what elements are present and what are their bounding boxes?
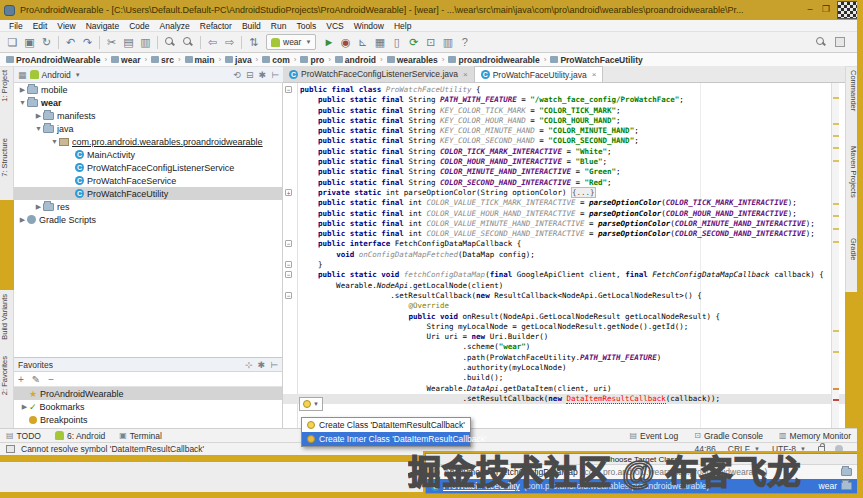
replace-icon[interactable] bbox=[182, 36, 194, 48]
intention-action-item[interactable]: Create Inner Class 'DataItemResultCallba… bbox=[302, 432, 470, 446]
code-line-11[interactable]: + private static int parseOptionColor(St… bbox=[283, 188, 845, 198]
collapse-all-icon[interactable]: ⊟ bbox=[246, 70, 254, 80]
breadcrumb-item[interactable]: main› bbox=[185, 55, 226, 65]
editor-tab[interactable]: CProWatchFaceConfigListenerService.java× bbox=[283, 66, 475, 82]
restore-button[interactable]: ❐ bbox=[819, 4, 833, 16]
forward-icon[interactable]: ⇨ bbox=[221, 34, 238, 50]
find-icon[interactable] bbox=[164, 36, 176, 48]
title-bar[interactable]: ProAndroidWearable - [C:\Users\Default.D… bbox=[0, 0, 863, 20]
save-icon[interactable]: ▣ bbox=[21, 34, 38, 50]
code-line-10[interactable]: public static final String COLOR_SECOND_… bbox=[283, 178, 845, 188]
code-editor[interactable]: −public final class ProWatchFaceUtility … bbox=[283, 83, 845, 428]
fold-marker-icon[interactable]: − bbox=[285, 86, 292, 93]
code-line-15[interactable]: public static final int COLOR_VALUE_SECO… bbox=[283, 229, 845, 239]
error-stripe-mark[interactable] bbox=[833, 147, 839, 149]
coverage-icon[interactable]: ▦ bbox=[371, 34, 388, 50]
android-button[interactable]: 6: Android bbox=[55, 431, 105, 441]
chevron-right-icon[interactable]: ▶ bbox=[34, 112, 43, 120]
breadcrumb-item[interactable]: pro› bbox=[300, 55, 334, 65]
add-icon[interactable]: + bbox=[18, 374, 24, 385]
menu-vcs[interactable]: VCS bbox=[321, 21, 348, 31]
back-icon[interactable]: ⇦ bbox=[204, 34, 221, 50]
tree-item-wear[interactable]: ▼wear bbox=[14, 96, 282, 109]
gradle-console-button[interactable]: ⊡Gradle Console bbox=[694, 431, 763, 441]
favorites-item-breakpoints[interactable]: Breakpoints bbox=[14, 413, 282, 426]
undo-icon[interactable]: ↶ bbox=[62, 34, 79, 50]
device-monitor-icon[interactable]: ▥ bbox=[439, 34, 456, 50]
menu-navigate[interactable]: Navigate bbox=[81, 21, 125, 31]
tree-item-manifests[interactable]: ▶manifests bbox=[14, 109, 282, 122]
code-line-6[interactable]: public static final String KEY_COLOR_SEC… bbox=[283, 136, 845, 146]
error-stripe-mark[interactable] bbox=[833, 203, 839, 205]
close-tab-icon[interactable]: × bbox=[592, 70, 597, 79]
chevron-down-icon[interactable]: ▼ bbox=[18, 99, 27, 106]
error-stripe-mark[interactable] bbox=[833, 123, 839, 125]
target-class-item[interactable]: CProWatchFaceUtility(com.pro.android.wea… bbox=[426, 479, 857, 493]
code-line-26[interactable]: .scheme("wear") bbox=[283, 342, 845, 352]
menu-tools[interactable]: Tools bbox=[291, 21, 321, 31]
sync-icon[interactable]: ⟲ bbox=[234, 70, 242, 80]
minimize-button[interactable]: – bbox=[803, 4, 817, 16]
fold-marker-icon[interactable]: − bbox=[285, 261, 292, 268]
chevron-right-icon[interactable]: ▶ bbox=[34, 203, 43, 211]
error-stripe-mark[interactable] bbox=[833, 330, 839, 332]
tree-item-prowatchfaceservice[interactable]: CProWatchFaceService bbox=[14, 174, 282, 187]
code-line-24[interactable]: String myLocalNode = getLocalNodeResult.… bbox=[283, 322, 845, 332]
chevron-right-icon[interactable]: ▶ bbox=[20, 403, 29, 411]
breadcrumb-item[interactable]: com› bbox=[262, 55, 300, 65]
error-stripe-mark[interactable] bbox=[833, 228, 839, 230]
tree-item-res[interactable]: ▶res bbox=[14, 200, 282, 213]
search-everywhere-icon[interactable] bbox=[815, 36, 827, 48]
code-line-29[interactable]: .build(); bbox=[283, 373, 845, 383]
run-configuration-select[interactable]: wear ▼ bbox=[266, 34, 316, 50]
tool-strip-button-project[interactable]: 1: Project bbox=[0, 70, 14, 102]
menu-analyze[interactable]: Analyze bbox=[155, 21, 195, 31]
code-line-30[interactable]: Wearable.DataApi.getDataItem(client, uri… bbox=[283, 384, 845, 394]
favorites-item-proandroidwearable[interactable]: ★ProAndroidWearable bbox=[14, 387, 282, 400]
code-line-13[interactable]: public static final int COLOR_VALUE_HOUR… bbox=[283, 209, 845, 219]
sync-icon[interactable]: ↻ bbox=[38, 34, 55, 50]
error-stripe-mark[interactable] bbox=[833, 388, 839, 390]
avd-manager-icon[interactable]: ▯ bbox=[388, 34, 405, 50]
menu-run[interactable]: Run bbox=[266, 21, 292, 31]
settings-gear-icon[interactable]: ✱ bbox=[259, 70, 267, 80]
code-line-4[interactable]: public static final String KEY_COLOR_HOU… bbox=[283, 116, 845, 126]
chevron-down-icon[interactable]: ▼ bbox=[34, 125, 43, 132]
settings-square-icon[interactable] bbox=[835, 37, 845, 47]
code-line-25[interactable]: Uri uri = new Uri.Builder() bbox=[283, 332, 845, 342]
breadcrumb-item[interactable]: wearables› bbox=[387, 55, 449, 65]
code-line-27[interactable]: .path(ProWatchFaceUtility.PATH_WITH_FEAT… bbox=[283, 353, 845, 363]
tool-strip-button-buildvariants[interactable]: Build Variants bbox=[0, 294, 14, 340]
menu-window[interactable]: Window bbox=[349, 21, 389, 31]
menu-view[interactable]: View bbox=[52, 21, 80, 31]
code-line-22[interactable]: @Override bbox=[283, 301, 845, 311]
tree-item-mainactivity[interactable]: CMainActivity bbox=[14, 148, 282, 161]
fold-marker-icon[interactable]: − bbox=[285, 271, 292, 278]
code-line-9[interactable]: public static final String COLOR_MINUTE_… bbox=[283, 167, 845, 177]
code-line-1[interactable]: −public final class ProWatchFaceUtility … bbox=[283, 85, 845, 95]
code-line-14[interactable]: public static final int COLOR_VALUE_MINU… bbox=[283, 219, 845, 229]
toggle-tool-buttons-icon[interactable] bbox=[6, 445, 15, 453]
chevron-down-icon[interactable]: ▼ bbox=[50, 138, 59, 145]
menu-file[interactable]: File bbox=[4, 21, 28, 31]
code-line-23[interactable]: public void onResult(NodeApi.GetLocalNod… bbox=[283, 312, 845, 322]
error-stripe-mark[interactable] bbox=[833, 160, 839, 162]
error-stripe-mark[interactable] bbox=[833, 215, 839, 217]
attach-icon[interactable]: ⊾ bbox=[354, 34, 371, 50]
menu-code[interactable]: Code bbox=[124, 21, 154, 31]
settings-gear-icon[interactable]: ✱ bbox=[258, 360, 266, 370]
tree-item-gradle-scripts[interactable]: ▶Gradle Scripts bbox=[14, 213, 282, 226]
tree-item-java[interactable]: ▼java bbox=[14, 122, 282, 135]
error-stripe-mark[interactable] bbox=[833, 399, 839, 401]
error-stripe-mark[interactable] bbox=[833, 351, 839, 353]
help-icon[interactable]: ? bbox=[456, 34, 473, 50]
tree-item-prowatchfaceutility[interactable]: CProWatchFaceUtility bbox=[14, 187, 282, 200]
code-line-12[interactable]: public static final int COLOR_VALUE_TICK… bbox=[283, 198, 845, 208]
inspections-hector-icon[interactable] bbox=[835, 445, 843, 453]
breadcrumb-item[interactable]: src› bbox=[151, 55, 184, 65]
breadcrumb-item[interactable]: wear› bbox=[111, 55, 151, 65]
sdk-manager-icon[interactable]: ⊡ bbox=[422, 34, 439, 50]
code-line-16[interactable]: − public interface FetchConfigDataMapCal… bbox=[283, 239, 845, 249]
project-view-selector[interactable]: Android bbox=[42, 70, 71, 80]
tree-item-prowatchfaceconfiglistenerservice[interactable]: CProWatchFaceConfigListenerService bbox=[14, 161, 282, 174]
